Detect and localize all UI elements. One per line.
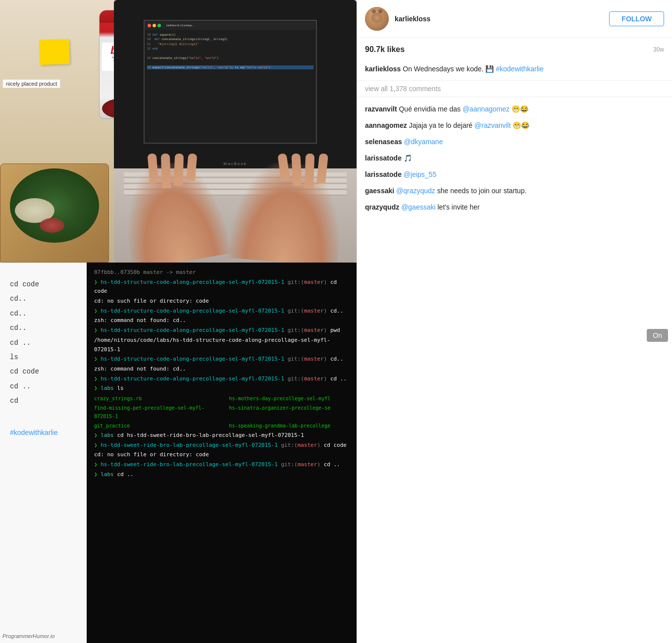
laptop-screen: karlikloss-fe-11-prelegs... 19 def squar… bbox=[144, 20, 317, 144]
caption-text: karliekloss On Wednesdays we kode. 💾 #ko… bbox=[365, 64, 664, 74]
comment-rest: let's invite her bbox=[437, 203, 479, 211]
comment-user[interactable]: razvanvilt bbox=[365, 105, 397, 113]
left-text-overlay: cd code cd.. cd.. cd.. cd .. ls cd code … bbox=[0, 263, 87, 643]
comment-user[interactable]: gaessaki bbox=[365, 187, 394, 195]
emoji: 😁😂 bbox=[512, 105, 528, 113]
caption-username[interactable]: karliekloss bbox=[365, 65, 401, 73]
toggle-indicator[interactable]: On bbox=[647, 329, 668, 342]
toggle-label: On bbox=[653, 331, 662, 339]
comment-item: gaessaki @qrazyqudz she needs to join ou… bbox=[357, 183, 672, 199]
command-list: cd code cd.. cd.. cd.. cd .. ls cd code … bbox=[10, 277, 77, 409]
caption-body: On Wednesdays we kode. 💾 bbox=[403, 65, 496, 73]
product-placement-label: nicely placed product bbox=[2, 79, 60, 88]
comment-user[interactable]: aannagomez bbox=[365, 121, 407, 129]
comment-item: aannagomez Jajaja ya te lo dejaré @razva… bbox=[357, 117, 672, 134]
profile-header: karliekloss FOLLOW bbox=[357, 0, 672, 38]
comment-item: selenaseas @dkyamane bbox=[357, 134, 672, 150]
hashtag-label: #kodewithkarlie bbox=[10, 429, 77, 436]
code-content: 19 def square(i) 20 def concatenate_stri… bbox=[145, 30, 316, 72]
sticky-note bbox=[39, 39, 70, 65]
comment-text: larissatode 🎵 bbox=[365, 153, 664, 163]
comment-item: larissatode @jeips_55 bbox=[357, 166, 672, 183]
comment-mention[interactable]: @razvanvilt bbox=[474, 121, 511, 129]
comments-section: razvanvilt Qué envidia me das @aannagome… bbox=[357, 97, 672, 643]
cmd-5: cd .. bbox=[10, 336, 77, 350]
comment-body: 🎵 bbox=[404, 154, 412, 162]
comment-mention[interactable]: @dkyamane bbox=[404, 138, 443, 146]
instagram-panel: karliekloss FOLLOW 90.7k likes 30w karli… bbox=[357, 0, 672, 643]
cmd-9: cd bbox=[10, 394, 77, 408]
comment-item: razvanvilt Qué envidia me das @aannagome… bbox=[357, 101, 672, 117]
top-photo: nicely placed product bai5 ANTIOXIDANTIN… bbox=[0, 0, 357, 263]
comment-text: larissatode @jeips_55 bbox=[365, 169, 664, 180]
comment-user[interactable]: larissatode bbox=[365, 170, 402, 178]
post-stats: 90.7k likes 30w bbox=[357, 38, 672, 61]
comment-mention[interactable]: @jeips_55 bbox=[404, 170, 436, 178]
main-container: nicely placed product bai5 ANTIOXIDANTIN… bbox=[0, 0, 672, 643]
cmd-3: cd.. bbox=[10, 307, 77, 321]
time-ago: 30w bbox=[653, 46, 664, 53]
cmd-7: cd code bbox=[10, 365, 77, 379]
comment-mention[interactable]: @qrazyqudz bbox=[396, 187, 435, 195]
comment-mention[interactable]: @gaessaki bbox=[401, 203, 435, 211]
comment-text: selenaseas @dkyamane bbox=[365, 137, 664, 147]
comment-item: larissatode 🎵 bbox=[357, 150, 672, 166]
view-all-comments[interactable]: view all 1,378 comments bbox=[357, 81, 672, 97]
comment-user[interactable]: selenaseas bbox=[365, 138, 402, 146]
comment-text: aannagomez Jajaja ya te lo dejaré @razva… bbox=[365, 120, 664, 131]
follow-button[interactable]: FOLLOW bbox=[609, 11, 664, 26]
comment-text: qrazyqudz @gaessaki let's invite her bbox=[365, 202, 664, 213]
likes-count: 90.7k likes bbox=[365, 45, 405, 54]
cmd-6: ls bbox=[10, 350, 77, 365]
comment-item: qrazyqudz @gaessaki let's invite her bbox=[357, 199, 672, 215]
terminal-output: 07fbbb..07350b master -> master ❯ hs-tdd… bbox=[87, 263, 357, 484]
profile-username[interactable]: karliekloss bbox=[395, 15, 603, 23]
avatar bbox=[365, 7, 389, 31]
comment-mention[interactable]: @aannagomez bbox=[463, 105, 510, 113]
left-panel: nicely placed product bai5 ANTIOXIDANTIN… bbox=[0, 0, 357, 643]
cmd-4: cd.. bbox=[10, 321, 77, 335]
comment-text: gaessaki @qrazyqudz she needs to join ou… bbox=[365, 186, 664, 196]
comment-text: razvanvilt Qué envidia me das @aannagome… bbox=[365, 104, 664, 114]
cmd-8: cd .. bbox=[10, 379, 77, 394]
watermark: ProgrammerHumor.io bbox=[2, 633, 54, 639]
post-caption: karliekloss On Wednesdays we kode. 💾 #ko… bbox=[357, 61, 672, 81]
terminal-screen: 07fbbb..07350b master -> master ❯ hs-tdd… bbox=[87, 263, 357, 643]
emoji: 😁😂 bbox=[513, 121, 529, 129]
comment-rest: she needs to join our startup. bbox=[437, 187, 527, 195]
comment-body: Jajaja ya te lo dejaré bbox=[409, 121, 474, 129]
comment-body: Qué envidia me das bbox=[399, 105, 462, 113]
caption-hashtag[interactable]: #kodewithkarlie bbox=[496, 65, 544, 73]
bottom-terminal-section: cd code cd.. cd.. cd.. cd .. ls cd code … bbox=[0, 263, 357, 643]
comment-user[interactable]: qrazyqudz bbox=[365, 203, 399, 211]
cmd-1: cd code bbox=[10, 277, 77, 292]
comment-user[interactable]: larissatode bbox=[365, 154, 402, 162]
cmd-2: cd.. bbox=[10, 292, 77, 306]
